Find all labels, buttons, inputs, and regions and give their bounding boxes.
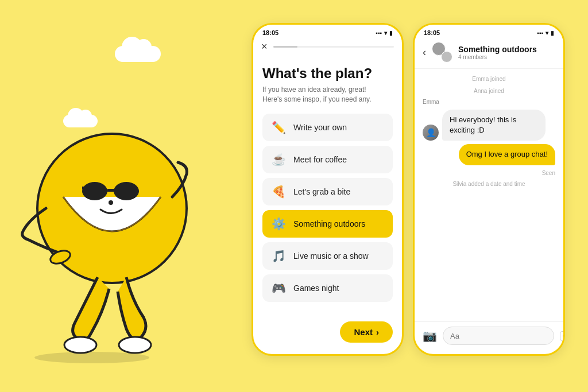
next-button[interactable]: Next › [340, 321, 393, 343]
battery-icon-2: ▮ [551, 30, 554, 36]
svg-rect-3 [107, 189, 115, 192]
phone-content: What's the plan? If you have an idea alr… [253, 57, 402, 316]
chat-input-bar: 📷 GIF 🎤 [415, 321, 563, 354]
gif-button[interactable]: GIF [560, 331, 565, 341]
chat-name: Something outdoors [458, 45, 555, 54]
status-icons-1: ▪▪▪ ▾ ▮ [376, 30, 393, 36]
option-label-games: Games night [293, 284, 339, 293]
system-msg-anna-joined: Anna joined [423, 88, 555, 94]
character-illustration [17, 82, 207, 358]
option-label-music: Live music or a show [293, 251, 369, 261]
next-label: Next [354, 327, 373, 337]
chat-info: Something outdoors 4 members [458, 45, 555, 60]
status-time-1: 18:05 [262, 29, 278, 36]
plan-title: What's the plan? [262, 65, 393, 81]
cloud-1 [115, 46, 161, 62]
option-icon-coffee: ☕ [270, 153, 287, 166]
phone-footer: Next › [253, 316, 402, 354]
option-write-own[interactable]: ✏️ Write your own [262, 114, 393, 141]
phone-chat: 18:05 ▪▪▪ ▾ ▮ ‹ Something outdoors 4 mem… [413, 23, 565, 356]
sender-name-emma: Emma [423, 99, 555, 105]
system-msg-emma-joined: Emma joined [423, 76, 555, 82]
back-button[interactable]: ‹ [423, 46, 426, 59]
wifi-icon-2: ▾ [546, 30, 548, 36]
bubble-outgoing-1: Omg I love a group chat! [459, 144, 555, 165]
chat-header: ‹ Something outdoors 4 members [415, 38, 563, 69]
signal-icon: ▪▪▪ [376, 30, 382, 36]
progress-bar-fill [273, 46, 297, 48]
status-bar-2: 18:05 ▪▪▪ ▾ ▮ [415, 25, 563, 38]
option-games-night[interactable]: 🎮 Games night [262, 274, 393, 302]
option-list: ✏️ Write your own ☕ Meet for coffee 🍕 Le… [262, 114, 393, 302]
chat-avatar-group [432, 42, 452, 63]
option-live-music[interactable]: 🎵 Live music or a show [262, 242, 393, 270]
option-label-write-own: Write your own [293, 123, 347, 132]
option-icon-bite: 🍕 [270, 185, 287, 199]
plan-subtitle: If you have an idea already, great!Here'… [262, 85, 393, 104]
svg-point-5 [109, 200, 113, 205]
msg-avatar-emma: 👤 [423, 125, 439, 141]
system-msg-silvia: Silvia added a date and time [423, 181, 555, 187]
option-meet-coffee[interactable]: ☕ Meet for coffee [262, 146, 393, 173]
msg-row-outgoing-1: Omg I love a group chat! [423, 144, 555, 165]
option-icon-outdoors: ⚙️ [270, 217, 287, 231]
phone-plan-selection: 18:05 ▪▪▪ ▾ ▮ × What's the plan? If you … [252, 23, 404, 356]
option-icon-write-own: ✏️ [270, 121, 287, 134]
chat-body: Emma joined Anna joined Emma 👤 Hi everyb… [415, 69, 563, 321]
wifi-icon: ▾ [384, 30, 387, 36]
camera-icon[interactable]: 📷 [423, 329, 437, 343]
option-label-outdoors: Something outdoors [293, 219, 365, 228]
close-button[interactable]: × [261, 41, 268, 53]
option-outdoors[interactable]: ⚙️ Something outdoors [262, 210, 393, 238]
status-icons-2: ▪▪▪ ▾ ▮ [537, 30, 554, 36]
msg-row-incoming-1: 👤 Hi everybody! this is exciting :D [423, 110, 555, 141]
status-time-2: 18:05 [424, 29, 440, 36]
avatar-2 [441, 51, 452, 63]
next-arrow-icon: › [376, 327, 379, 337]
option-label-bite: Let's grab a bite [293, 187, 350, 196]
phone-nav: × [253, 38, 402, 57]
option-label-coffee: Meet for coffee [293, 155, 347, 164]
signal-icon-2: ▪▪▪ [537, 30, 543, 36]
seen-label: Seen [423, 170, 555, 176]
bubble-incoming-1: Hi everybody! this is exciting :D [442, 110, 546, 141]
status-bar-1: 18:05 ▪▪▪ ▾ ▮ [253, 25, 402, 38]
svg-point-1 [82, 182, 107, 200]
chat-members: 4 members [458, 54, 555, 60]
option-grab-bite[interactable]: 🍕 Let's grab a bite [262, 178, 393, 205]
svg-point-2 [114, 182, 139, 200]
option-icon-games: 🎮 [270, 281, 287, 295]
option-icon-music: 🎵 [270, 249, 287, 263]
chat-input[interactable] [443, 327, 554, 345]
svg-rect-4 [82, 187, 87, 189]
battery-icon: ▮ [389, 30, 393, 36]
progress-bar-container [273, 46, 394, 48]
phones-container: 18:05 ▪▪▪ ▾ ▮ × What's the plan? If you … [252, 23, 565, 356]
svg-point-8 [119, 337, 151, 353]
svg-point-7 [64, 337, 96, 353]
